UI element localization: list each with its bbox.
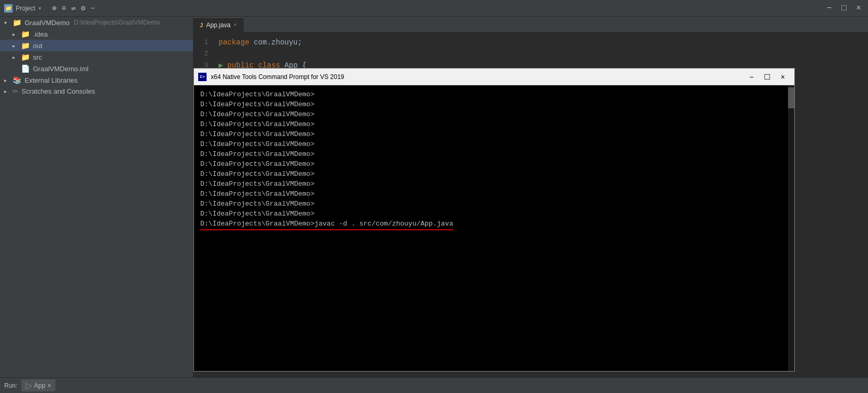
run-tab-close[interactable]: × xyxy=(48,382,51,389)
cmd-prompt-line-1: D:\IdeaProjects\GraalVMDemo> xyxy=(200,89,788,99)
line-number: 2 xyxy=(200,48,208,60)
expand-arrow: ▸ xyxy=(13,31,19,37)
java-file-icon: J xyxy=(200,22,203,28)
cmd-win-controls: − ☐ × xyxy=(744,71,790,83)
sidebar-item-graalvmdemo[interactable]: ▾ 📁 GraalVMDemo D:\IdeaProjects\GraalVMD… xyxy=(0,17,193,28)
project-icon: 📁 xyxy=(4,4,13,13)
cmd-prompt-line-9: D:\IdeaProjects\GraalVMDemo> xyxy=(200,169,788,179)
run-tab-label: App xyxy=(34,382,45,389)
project-dropdown-arrow[interactable]: ▾ xyxy=(38,5,41,12)
run-tab[interactable]: ▷ App × xyxy=(21,379,55,391)
code-line-1: package com.zhouyu; xyxy=(219,37,868,48)
cmd-title-text: x64 Native Tools Command Prompt for VS 2… xyxy=(211,73,740,81)
cmd-prompt-line-10: D:\IdeaProjects\GraalVMDemo> xyxy=(200,179,788,189)
minimize-button[interactable]: − xyxy=(824,4,835,13)
cmd-prompt-line-5: D:\IdeaProjects\GraalVMDemo> xyxy=(200,129,788,139)
expand-arrow: ▸ xyxy=(4,77,10,83)
sidebar-item-label: out xyxy=(33,42,42,50)
sidebar-item-label: src xyxy=(33,53,42,61)
expand-arrow: ▸ xyxy=(4,88,10,94)
sidebar-item-external-libraries[interactable]: ▸ 📚 External Libraries xyxy=(0,74,193,86)
folder-icon: 📁 xyxy=(21,30,30,38)
window-controls: − □ × xyxy=(824,4,864,13)
toolbar-icons: ⊕ ≡ ⇌ ⚙ − xyxy=(52,4,95,13)
list-icon[interactable]: ≡ xyxy=(62,4,66,13)
folder-icon: 📁 xyxy=(21,41,30,50)
cmd-prompt-line-3: D:\IdeaProjects\GraalVMDemo> xyxy=(200,109,788,119)
cmd-prompt-line-6: D:\IdeaProjects\GraalVMDemo> xyxy=(200,139,788,149)
bottom-bar: Run: ▷ App × xyxy=(0,377,868,393)
project-label: Project xyxy=(16,5,35,12)
sidebar-item-src[interactable]: ▸ 📁 src xyxy=(0,51,193,63)
cmd-scrollbar[interactable] xyxy=(788,85,794,371)
expand-arrow: ▸ xyxy=(13,43,19,49)
sidebar-item-label: External Libraries xyxy=(25,76,77,84)
code-line-2 xyxy=(219,48,868,60)
sidebar-item-path: D:\IdeaProjects\GraalVMDemo xyxy=(74,19,160,26)
project-sidebar: ▾ 📁 GraalVMDemo D:\IdeaProjects\GraalVMD… xyxy=(0,17,193,377)
cmd-close-button[interactable]: × xyxy=(775,71,790,83)
top-bar: 📁 Project ▾ ⊕ ≡ ⇌ ⚙ − − □ × xyxy=(0,0,868,17)
sidebar-item-label: Scratches and Consoles xyxy=(21,87,95,95)
libraries-icon: 📚 xyxy=(13,76,21,84)
editor-tabs: J App.java × xyxy=(193,17,868,32)
run-label: Run: xyxy=(4,382,17,389)
expand-arrow: ▸ xyxy=(13,54,19,60)
sidebar-item-label: GraalVMDemo xyxy=(25,19,70,27)
keyword-package: package xyxy=(219,38,249,47)
cmd-prompt-line-7: D:\IdeaProjects\GraalVMDemo> xyxy=(200,149,788,159)
scratches-icon: ✏ xyxy=(13,87,18,95)
tab-app-java[interactable]: J App.java × xyxy=(193,17,244,32)
expand-arrow: ▾ xyxy=(4,20,10,26)
cmd-prompt-line-8: D:\IdeaProjects\GraalVMDemo> xyxy=(200,159,788,169)
cmd-minimize-button[interactable]: − xyxy=(744,71,759,83)
cmd-window: C> x64 Native Tools Command Prompt for V… xyxy=(193,68,795,372)
cmd-prompt-line-2: D:\IdeaProjects\GraalVMDemo> xyxy=(200,99,788,109)
sidebar-item-scratches[interactable]: ▸ ✏ Scratches and Consoles xyxy=(0,86,193,97)
run-icon: ▷ xyxy=(26,380,32,390)
cmd-prompt-line-13: D:\IdeaProjects\GraalVMDemo> xyxy=(200,209,788,219)
cmd-scrollbar-thumb[interactable] xyxy=(788,87,794,108)
sidebar-item-label: .idea xyxy=(33,30,48,38)
folder-icon: 📁 xyxy=(21,53,30,61)
tab-label: App.java xyxy=(206,21,231,29)
cmd-title-icon: C> xyxy=(198,73,207,81)
cmd-titlebar: C> x64 Native Tools Command Prompt for V… xyxy=(194,69,794,85)
settings-icon[interactable]: ⚙ xyxy=(81,4,85,13)
sidebar-item-iml[interactable]: 📄 GraalVMDemo.iml xyxy=(0,63,193,74)
sidebar-item-label: GraalVMDemo.iml xyxy=(33,65,88,73)
minimize-toolbar-icon[interactable]: − xyxy=(90,4,95,13)
cmd-maximize-button[interactable]: ☐ xyxy=(760,71,774,83)
cmd-body[interactable]: D:\IdeaProjects\GraalVMDemo> D:\IdeaProj… xyxy=(194,85,794,371)
sidebar-item-idea[interactable]: ▸ 📁 .idea xyxy=(0,28,193,40)
folder-icon: 📁 xyxy=(13,18,21,27)
cmd-prompt-line-11: D:\IdeaProjects\GraalVMDemo> xyxy=(200,189,788,199)
cmd-prompt-line-4: D:\IdeaProjects\GraalVMDemo> xyxy=(200,119,788,129)
maximize-button[interactable]: □ xyxy=(839,4,849,13)
sidebar-item-out[interactable]: ▸ 📁 out xyxy=(0,40,193,51)
file-icon: 📄 xyxy=(21,64,30,73)
cmd-command-text: D:\IdeaProjects\GraalVMDemo>javac -d . s… xyxy=(200,219,453,230)
code-text: com.zhouyu; xyxy=(254,38,302,47)
split-icon[interactable]: ⇌ xyxy=(71,4,75,13)
project-selector[interactable]: 📁 Project ▾ xyxy=(4,4,41,13)
cmd-prompt-line-12: D:\IdeaProjects\GraalVMDemo> xyxy=(200,199,788,209)
tab-close-button[interactable]: × xyxy=(234,22,237,28)
cmd-active-line: D:\IdeaProjects\GraalVMDemo>javac -d . s… xyxy=(200,219,788,230)
close-button[interactable]: × xyxy=(853,4,864,13)
add-icon[interactable]: ⊕ xyxy=(52,4,56,13)
line-number: 1 xyxy=(200,37,208,48)
